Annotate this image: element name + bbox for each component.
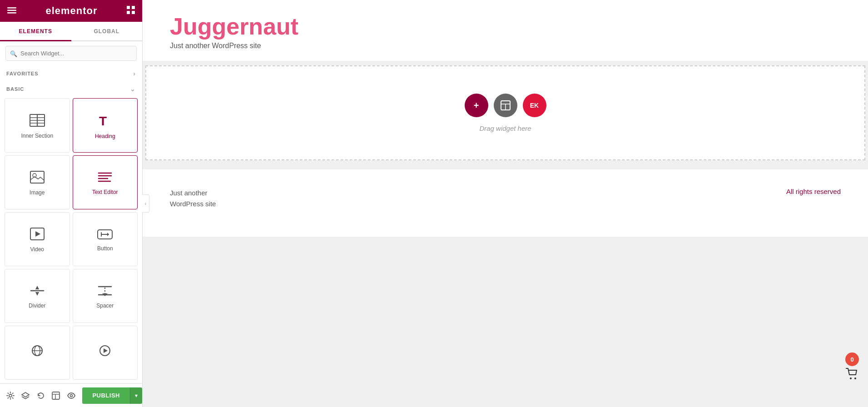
inner-section-icon (30, 114, 45, 129)
history-icon-btn[interactable] (33, 384, 48, 407)
svg-rect-0 (7, 7, 16, 9)
svg-rect-5 (127, 11, 130, 14)
svg-rect-3 (127, 6, 130, 9)
svg-text:T: T (99, 114, 107, 127)
sidebar-tabs: ELEMENTS GLOBAL (0, 22, 142, 41)
sidebar-footer: PUBLISH ▾ (0, 383, 142, 407)
widget-inner-section-label: Inner Section (21, 133, 53, 139)
svg-marker-23 (107, 233, 109, 236)
sidebar: elementor ELEMENTS GLOBAL 🔍 FAVORITES › … (0, 0, 143, 407)
footer-left-text: Just another WordPress site (170, 188, 216, 209)
site-footer: Just another WordPress site All rights r… (143, 169, 868, 237)
grid-icon[interactable] (127, 6, 135, 16)
footer-line2: WordPress site (170, 199, 216, 209)
widget-text-editor[interactable]: Text Editor (73, 155, 138, 209)
svg-rect-1 (7, 10, 16, 11)
favorites-section-header[interactable]: FAVORITES › (0, 65, 142, 81)
publish-dropdown-button[interactable]: ▾ (130, 387, 142, 404)
heading-icon: T (98, 114, 112, 129)
widget-video[interactable]: Video (5, 212, 70, 266)
svg-rect-38 (52, 392, 60, 399)
svg-rect-6 (132, 11, 135, 14)
basic-chevron-icon: ⌄ (130, 85, 136, 93)
tab-elements[interactable]: ELEMENTS (0, 22, 71, 41)
add-template-button[interactable] (494, 94, 517, 117)
svg-rect-2 (7, 12, 16, 14)
basic-section-header[interactable]: BASIC ⌄ (0, 81, 142, 96)
widget-10[interactable] (73, 326, 138, 380)
svg-marker-25 (35, 286, 39, 289)
svg-rect-13 (30, 171, 44, 183)
cart-icon (846, 368, 858, 382)
add-section-button[interactable]: + (465, 94, 488, 117)
widget-grid: Inner Section T Heading Image (0, 96, 142, 383)
widget-spacer-label: Spacer (96, 303, 114, 309)
image-icon (30, 171, 45, 186)
text-editor-icon (98, 171, 112, 185)
svg-marker-36 (104, 348, 108, 353)
site-tagline: Just another WordPress site (170, 42, 841, 50)
widget-image-label: Image (30, 189, 45, 196)
svg-rect-4 (132, 6, 135, 9)
svg-point-37 (9, 394, 12, 397)
svg-marker-27 (35, 292, 39, 296)
widget10-icon (98, 344, 112, 359)
template-icon-btn[interactable] (48, 384, 63, 407)
widget-text-editor-label: Text Editor (92, 189, 118, 195)
favorites-chevron-icon: › (133, 70, 136, 77)
search-section: 🔍 (0, 41, 142, 65)
sidebar-collapse-handle[interactable]: ‹ (142, 194, 149, 213)
button-icon (97, 229, 113, 242)
widget-9[interactable] (5, 326, 70, 380)
widget9-icon (30, 344, 45, 359)
site-title: Juggernaut (170, 13, 841, 40)
eye-icon-btn[interactable] (64, 384, 79, 407)
widget-image[interactable]: Image (5, 155, 70, 209)
svg-marker-20 (35, 231, 40, 237)
widget-heading-label: Heading (95, 133, 115, 139)
widget-divider[interactable]: Divider (5, 269, 70, 323)
ek-button[interactable]: EK (523, 94, 546, 117)
widget-inner-section[interactable]: Inner Section (5, 98, 70, 153)
divider-icon (30, 285, 45, 299)
cart-badge: 0 (845, 352, 859, 366)
widget-spacer[interactable]: Spacer (73, 269, 138, 323)
widget-heading[interactable]: T Heading (73, 98, 138, 153)
drop-zone-text: Drag widget here (479, 124, 531, 132)
basic-label: BASIC (6, 86, 24, 92)
svg-point-46 (854, 377, 856, 379)
drop-zone-buttons: + EK (465, 94, 546, 117)
main-canvas: Juggernaut Just another WordPress site +… (143, 0, 868, 407)
favorites-label: FAVORITES (6, 71, 39, 76)
search-icon: 🔍 (10, 50, 17, 57)
publish-button[interactable]: PUBLISH (82, 387, 130, 404)
svg-point-45 (850, 377, 852, 379)
svg-point-41 (70, 394, 72, 397)
widget-video-label: Video (30, 246, 44, 253)
layers-icon-btn[interactable] (18, 384, 33, 407)
sidebar-header: elementor (0, 0, 142, 22)
cart-widget[interactable]: 0 (845, 352, 859, 382)
widget-button[interactable]: Button (73, 212, 138, 266)
settings-icon-btn[interactable] (3, 384, 18, 407)
spacer-icon (98, 285, 112, 299)
drop-zone: + EK Drag widget here (145, 65, 865, 160)
tab-global[interactable]: GLOBAL (71, 22, 143, 41)
site-header: Juggernaut Just another WordPress site (143, 0, 868, 61)
elementor-logo: elementor (45, 5, 97, 17)
menu-icon[interactable] (7, 6, 16, 16)
widget-button-label: Button (97, 245, 113, 252)
footer-line1: Just another (170, 188, 216, 199)
video-icon (30, 228, 45, 243)
search-input[interactable] (5, 46, 137, 61)
footer-right-text: All rights reserved (786, 188, 841, 195)
widget-divider-label: Divider (29, 303, 45, 309)
